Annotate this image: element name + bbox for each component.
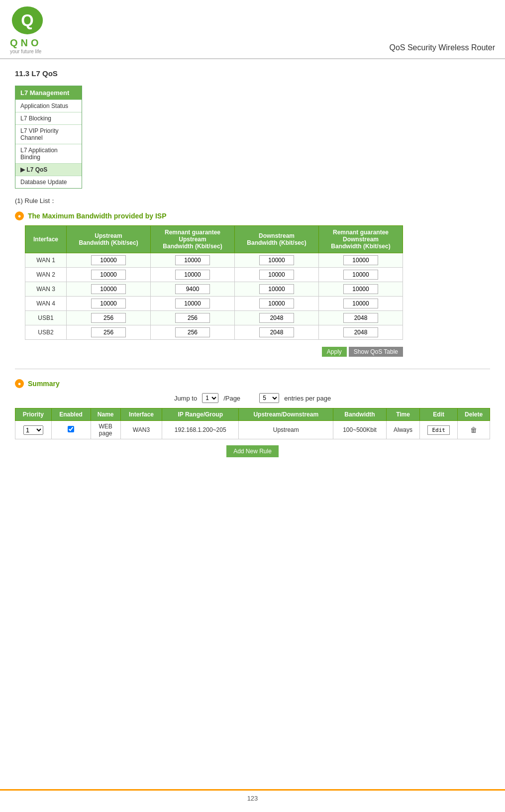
cell-downstream: [235, 311, 319, 325]
downstream-input[interactable]: [259, 255, 294, 265]
rem-upstream-input[interactable]: [175, 313, 210, 323]
downstream-input[interactable]: [259, 270, 294, 280]
table-row: 1 2 3 WEBpage WAN3 192.168.1.200~205 Ups…: [15, 421, 490, 439]
rem-upstream-input[interactable]: [175, 255, 210, 265]
upstream-input[interactable]: [91, 270, 126, 280]
rem-downstream-input[interactable]: [343, 313, 378, 323]
bw-table-actions: Apply Show QoS Table: [25, 345, 403, 359]
upstream-input[interactable]: [91, 313, 126, 323]
table-row: WAN 2: [25, 268, 403, 282]
cell-iface: WAN 3: [25, 282, 67, 297]
downstream-input[interactable]: [259, 299, 294, 308]
col-name: Name: [91, 408, 120, 421]
table-row: WAN 1: [25, 253, 403, 268]
upstream-input[interactable]: [91, 284, 126, 294]
rem-downstream-input[interactable]: [343, 270, 378, 280]
cell-downstream: [235, 282, 319, 297]
col-priority: Priority: [15, 408, 52, 421]
jump-to-label: Jump to: [174, 395, 197, 402]
cell-rem-upstream: [151, 325, 235, 340]
logo-text: QNO your future life: [10, 37, 42, 54]
cell-rem-upstream: [151, 297, 235, 311]
cell-iface: USB1: [25, 311, 67, 325]
cell-iface: WAN 4: [25, 297, 67, 311]
rem-downstream-input[interactable]: [343, 299, 378, 308]
logo: Q QNO your future life: [10, 5, 45, 54]
sidebar-item-l7-vip[interactable]: L7 VIP Priority Channel: [15, 124, 82, 144]
col-updown: Upstream/Downstream: [239, 408, 333, 421]
page-title: QoS Security Wireless Router: [389, 43, 495, 54]
priority-select[interactable]: 1 2 3: [23, 425, 43, 435]
rem-upstream-input[interactable]: [175, 299, 210, 308]
cell-name: WEBpage: [91, 421, 120, 439]
summary-table: Priority Enabled Name Interface IP Range…: [15, 408, 490, 439]
col-time: Time: [386, 408, 419, 421]
sidebar-item-l7-binding[interactable]: L7 Application Binding: [15, 144, 82, 163]
cell-upstream: [67, 297, 151, 311]
page-header: Q QNO your future life QoS Security Wire…: [0, 0, 505, 59]
jump-to-select[interactable]: 1 2 3: [202, 393, 218, 403]
downstream-input[interactable]: [259, 327, 294, 337]
col-bandwidth: Bandwidth: [333, 408, 387, 421]
cell-upstream: [67, 311, 151, 325]
logo-tagline: your future life: [10, 49, 42, 54]
rem-upstream-input[interactable]: [175, 284, 210, 294]
col-interface: Interface: [25, 226, 67, 253]
cell-ip-range: 192.168.1.200~205: [162, 421, 239, 439]
cell-priority: 1 2 3: [15, 421, 52, 439]
sidebar-item-database-update[interactable]: Database Update: [15, 176, 82, 188]
table-row: USB2: [25, 325, 403, 340]
col-rem-upstream: Remnant guaranteeUpstreamBandwidth (Kbit…: [151, 226, 235, 253]
table-row: WAN 4: [25, 297, 403, 311]
cell-bandwidth: 100~500Kbit: [333, 421, 387, 439]
show-qos-button[interactable]: Show QoS Table: [349, 347, 403, 357]
add-new-rule-button[interactable]: Add New Rule: [226, 445, 279, 457]
cell-rem-downstream: [318, 268, 403, 282]
isp-section-header: ● The Maximum Bandwidth provided by ISP: [15, 211, 490, 220]
isp-section-title: The Maximum Bandwidth provided by ISP: [28, 212, 166, 220]
apply-button[interactable]: Apply: [322, 347, 347, 357]
cell-rem-upstream: [151, 311, 235, 325]
downstream-input[interactable]: [259, 284, 294, 294]
col-downstream-bw: DownstreamBandwidth (Kbit/sec): [235, 226, 319, 253]
col-ip-range: IP Range/Group: [162, 408, 239, 421]
edit-button[interactable]: Edit: [427, 425, 450, 435]
col-delete: Delete: [458, 408, 490, 421]
cell-upstream: [67, 253, 151, 268]
page-footer: 123: [0, 789, 505, 802]
cell-rem-upstream: [151, 268, 235, 282]
entries-per-page-select[interactable]: 5 10 20: [259, 393, 279, 403]
cell-time: Always: [386, 421, 419, 439]
rem-downstream-input[interactable]: [343, 327, 378, 337]
rem-upstream-input[interactable]: [175, 270, 210, 280]
cell-upstream: [67, 268, 151, 282]
col-interface: Interface: [120, 408, 162, 421]
upstream-input[interactable]: [91, 255, 126, 265]
sidebar-item-l7-blocking[interactable]: L7 Blocking: [15, 112, 82, 124]
sidebar-item-l7-qos[interactable]: ▶ L7 QoS: [15, 163, 82, 176]
add-rule-wrap: Add New Rule: [15, 445, 490, 457]
page-content: 11.3 L7 QoS L7 Management Application St…: [0, 59, 505, 467]
isp-bullet-icon: ●: [15, 211, 24, 220]
table-row: WAN 3: [25, 282, 403, 297]
rem-downstream-input[interactable]: [343, 255, 378, 265]
cell-rem-downstream: [318, 325, 403, 340]
downstream-input[interactable]: [259, 313, 294, 323]
delete-button[interactable]: 🗑: [470, 426, 477, 434]
enabled-checkbox[interactable]: [68, 426, 74, 432]
upstream-input[interactable]: [91, 299, 126, 308]
logo-qno: QNO: [10, 37, 42, 49]
page-number: 123: [247, 795, 258, 802]
cell-enabled: [51, 421, 91, 439]
cell-updown: Upstream: [239, 421, 333, 439]
col-edit: Edit: [420, 408, 458, 421]
cell-interface: WAN3: [120, 421, 162, 439]
rem-upstream-input[interactable]: [175, 327, 210, 337]
upstream-input[interactable]: [91, 327, 126, 337]
rem-downstream-input[interactable]: [343, 284, 378, 294]
section-title: 11.3 L7 QoS: [15, 69, 490, 78]
cell-downstream: [235, 297, 319, 311]
sidebar-item-application-status[interactable]: Application Status: [15, 100, 82, 112]
cell-iface: WAN 1: [25, 253, 67, 268]
cell-downstream: [235, 268, 319, 282]
